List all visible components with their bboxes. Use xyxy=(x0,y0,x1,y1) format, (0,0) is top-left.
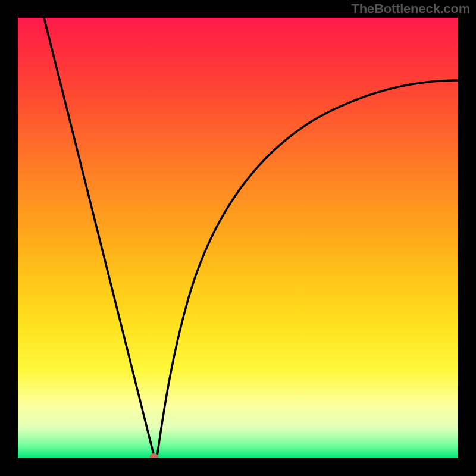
minimum-marker-dot xyxy=(150,453,158,458)
plot-area xyxy=(18,18,458,458)
curve-svg xyxy=(18,18,458,458)
chart-container: TheBottleneck.com xyxy=(0,0,476,476)
curve-right-branch xyxy=(157,80,458,456)
watermark-text: TheBottleneck.com xyxy=(351,1,470,17)
curve-left-branch xyxy=(44,18,154,456)
